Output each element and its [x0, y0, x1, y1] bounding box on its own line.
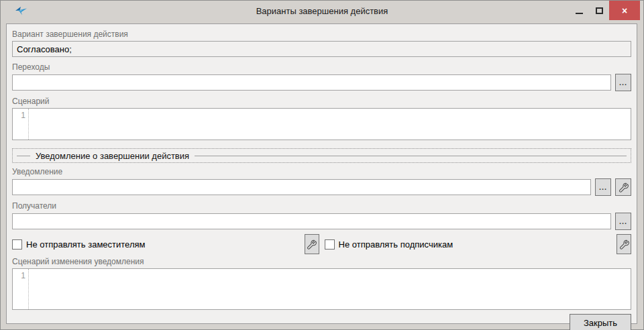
deputies-wrench-button[interactable] — [305, 234, 319, 254]
variant-label: Вариант завершения действия — [12, 30, 631, 40]
variant-input[interactable] — [12, 41, 631, 57]
wrench-icon — [619, 182, 629, 192]
transitions-label: Переходы — [12, 62, 631, 72]
no-subscribers-label: Не отправлять подписчикам — [339, 239, 453, 250]
change-scenario-label: Сценарий изменения уведомления — [12, 257, 631, 267]
recipients-input[interactable] — [12, 213, 611, 229]
dialog-window: Варианты завершения действия × Вариант з… — [0, 0, 644, 330]
group-line-right — [195, 156, 627, 156]
dialog-content-panel: Вариант завершения действия Переходы ...… — [6, 23, 637, 324]
minimize-icon — [576, 13, 583, 14]
maximize-icon — [596, 7, 603, 14]
recipients-browse-button[interactable]: ... — [615, 213, 631, 230]
maximize-button[interactable] — [589, 1, 609, 20]
scenario-label: Сценарий — [12, 97, 631, 107]
scenario-line-number: 1 — [13, 109, 29, 140]
notification-input[interactable] — [12, 179, 591, 195]
minimize-button[interactable] — [569, 1, 589, 20]
wrench-icon — [619, 239, 629, 250]
transitions-input[interactable] — [12, 74, 611, 91]
close-icon: × — [622, 5, 627, 16]
change-scenario-text-input[interactable] — [29, 269, 631, 309]
no-deputies-group: Не отправлять заместителям — [12, 234, 319, 254]
notification-label: Уведомление — [12, 167, 631, 177]
no-subscribers-group: Не отправлять подписчикам — [325, 234, 632, 254]
no-deputies-checkbox[interactable] — [12, 239, 22, 250]
no-deputies-label: Не отправлять заместителям — [26, 239, 145, 250]
transitions-browse-button[interactable]: ... — [615, 74, 631, 91]
change-scenario-line-number: 1 — [13, 269, 29, 309]
notification-group-title: Уведомление о завершении действия — [36, 151, 189, 161]
close-window-button[interactable]: × — [609, 1, 640, 20]
notification-wrench-button[interactable] — [615, 178, 631, 196]
window-title: Варианты завершения действия — [1, 1, 643, 21]
wrench-icon — [307, 239, 317, 250]
notification-browse-button[interactable]: ... — [595, 178, 611, 196]
recipients-label: Получатели — [12, 201, 631, 211]
window-controls: × — [569, 1, 640, 20]
close-dialog-button[interactable]: Закрыть — [570, 314, 631, 330]
subscribers-wrench-button[interactable] — [616, 234, 631, 254]
scenario-text-input[interactable] — [29, 109, 631, 140]
notification-group-header: Уведомление о завершении действия — [12, 148, 631, 163]
change-scenario-editor[interactable]: 1 — [12, 268, 631, 310]
group-line-left — [17, 156, 30, 156]
no-subscribers-checkbox[interactable] — [325, 239, 335, 250]
title-bar: Варианты завершения действия × — [1, 1, 643, 21]
scenario-editor[interactable]: 1 — [12, 108, 631, 140]
app-bird-icon — [15, 5, 28, 16]
